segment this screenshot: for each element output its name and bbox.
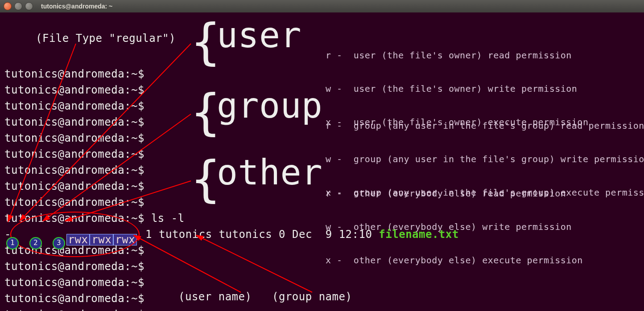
owner-group: tutonics	[219, 229, 272, 240]
prompt-line: tutonics@andromeda:~$	[4, 162, 459, 178]
prompt-line: tutonics@andromeda:~$	[4, 274, 459, 291]
window-titlebar: tutonics@andromeda: ~	[0, 0, 644, 12]
prompt-line: tutonics@andromeda:~$	[4, 82, 459, 98]
command-text: ls -l	[151, 213, 185, 224]
triad-number-3: 3	[53, 237, 65, 250]
prompt-line: tutonics@andromeda:~$	[4, 66, 459, 82]
file-date: Dec 9 12:10	[292, 229, 372, 240]
terminal-area[interactable]: (File Type "regular") { user { group { o…	[0, 12, 644, 311]
terminal-output: tutonics@andromeda:~$ tutonics@andromeda…	[4, 66, 459, 311]
prompt-line: tutonics@andromeda:~$	[4, 194, 459, 210]
prompt-line: tutonics@andromeda:~$	[4, 114, 459, 130]
file-name: filename.txt	[379, 229, 458, 240]
window-minimize-button[interactable]	[14, 2, 22, 10]
brace-user: {	[191, 22, 221, 61]
owner-user: tutonics	[159, 229, 212, 240]
window-title: tutonics@andromeda: ~	[41, 3, 112, 10]
prompt-line: tutonics@andromeda:~$	[4, 178, 459, 194]
prompt-line: tutonics@andromeda:~$	[4, 258, 459, 274]
ls-output-line: - rwx rwx rwx 1 tutonics tutonics 0 Dec …	[4, 226, 459, 242]
group-name-label: (group name)	[272, 291, 352, 302]
triad-group: rwx	[90, 234, 113, 246]
permission-triads: rwx rwx rwx	[66, 234, 137, 246]
prompt-line: tutonics@andromeda:~$	[4, 307, 459, 311]
prompt-line: tutonics@andromeda:~$	[4, 146, 459, 162]
prompt-line: tutonics@andromeda:~$	[4, 130, 459, 146]
file-type-label: (File Type "regular")	[36, 33, 176, 44]
link-count: 1	[145, 229, 152, 240]
window-maximize-button[interactable]	[25, 2, 33, 10]
big-word-user: user	[217, 18, 301, 53]
window-close-button[interactable]	[4, 2, 12, 10]
triad-user: rwx	[66, 234, 90, 246]
user-perm-read: r - user (the file's owner) read permiss…	[326, 50, 588, 61]
prompt-line: tutonics@andromeda:~$	[4, 98, 459, 114]
file-size: 0	[279, 229, 285, 240]
user-name-label: (user name)	[178, 291, 252, 302]
triad-number-1: 1	[6, 237, 19, 250]
triad-number-2: 2	[29, 237, 42, 250]
triad-other: rwx	[113, 234, 137, 246]
